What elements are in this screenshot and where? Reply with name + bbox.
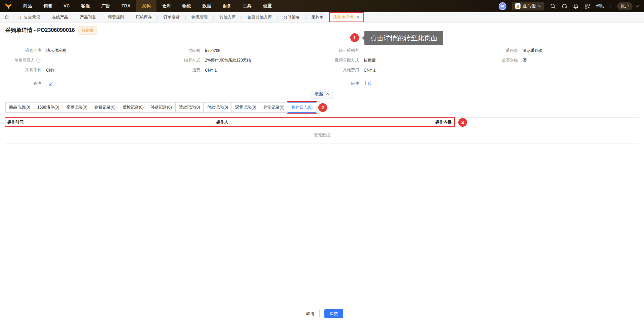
empty-data-placeholder: 暂无数据 (5, 127, 639, 144)
field-purchase-warehouse: 采购仓库 演示供应商 (4, 46, 163, 55)
field-supplier: 供应商 test0705 (163, 46, 322, 55)
form-row-1: 采购仓库 演示供应商 供应商 test0705 统一采购方 采购员 演示采购员 (4, 46, 640, 55)
divider: | (610, 4, 611, 9)
top-nav-bar: 商品 销售 VC 客服 广告 FBA 采购 仓库 物流 数据 财务 工具 设置 … (0, 0, 644, 12)
brand-fox-logo-icon[interactable] (5, 2, 12, 10)
footer-action-bar: 取消 提交 (0, 307, 644, 320)
record-tab-change-records[interactable]: 变更记录(0) (63, 102, 91, 113)
amazon-logo-icon (515, 3, 521, 9)
submit-button[interactable]: 提交 (324, 309, 343, 318)
field-value: 按数量 (364, 57, 376, 63)
column-header-operator: 操作人 (216, 119, 387, 125)
field-currency: 采购币种 CNY (4, 65, 163, 75)
upload-link[interactable]: 上传 (364, 81, 372, 86)
field-buyer: 采购员 演示采购员 (481, 46, 640, 55)
operation-log-table: 操作时间 操作人 操作内容 3 暂无数据 (5, 117, 639, 144)
headset-support-icon[interactable] (562, 3, 567, 9)
nav-item-finance[interactable]: 财务 (217, 0, 237, 12)
page-tab[interactable]: 广告全景仪 (14, 12, 45, 22)
page-tab[interactable]: 分时策略 (278, 12, 305, 22)
annotation-step-2: 2 (318, 103, 327, 112)
account-menu[interactable]: 账户 (617, 2, 633, 10)
nav-item-logistics[interactable]: 物流 (177, 0, 197, 12)
chevron-down-icon[interactable] (636, 5, 639, 7)
field-other-fees: 其他费用 CNY 1 (322, 65, 481, 75)
field-remark: 备注 - (4, 79, 163, 88)
nav-item-products[interactable]: 商品 (17, 0, 38, 12)
field-label: 采购仓库 (4, 48, 41, 53)
nav-item-data[interactable]: 数据 (197, 0, 217, 12)
field-value: test0705 (205, 48, 220, 53)
record-tab-payment-request-records[interactable]: 请款记录(0) (175, 102, 204, 113)
active-tab-label: 采购单详情 (333, 14, 354, 20)
home-icon[interactable] (0, 15, 13, 19)
field-label: 附件 (322, 81, 359, 86)
marketplace-selector[interactable]: 亚马逊 (512, 2, 544, 10)
order-info-panel: 采购仓库 演示供应商 供应商 test0705 统一采购方 采购员 演示采购员 … (4, 43, 640, 90)
page-tab[interactable]: 订单发货 (158, 12, 185, 22)
notification-bell-icon[interactable] (573, 3, 579, 9)
nav-item-settings[interactable]: 设置 (257, 0, 278, 12)
cancel-button[interactable]: 取消 (301, 309, 320, 318)
field-value: 2%预付,98%尾款123天结 (205, 57, 251, 63)
page-tab[interactable]: 物流管理 (186, 12, 213, 22)
field-freight: 运费 CNY 1 (163, 65, 322, 75)
field-label: 其他费用 (322, 67, 359, 73)
record-tab-payment-records[interactable]: 付款记录(0) (203, 102, 232, 113)
nav-item-fba[interactable]: FBA (116, 0, 136, 12)
field-value: CNY 1 (364, 68, 375, 73)
close-icon[interactable] (357, 16, 360, 19)
nav-item-vc[interactable]: VC (58, 0, 75, 12)
ai-assistant-button[interactable]: AI (499, 2, 506, 10)
record-tab-arrival-records[interactable]: 到货记录(0) (91, 102, 119, 113)
record-tab-return-records[interactable]: 退货记录(0) (231, 102, 260, 113)
help-link[interactable]: 帮助 (596, 3, 605, 9)
field-label: 采购币种 (4, 67, 41, 73)
marketplace-label: 亚马逊 (523, 3, 536, 9)
page-tab[interactable]: FBA库存 (131, 12, 157, 22)
page-tab[interactable]: 产品刊登 (74, 12, 101, 22)
page-tab-purchase-detail-active[interactable]: 采购单详情 (329, 12, 364, 22)
nav-item-sales[interactable]: 销售 (38, 0, 58, 12)
page-tab[interactable]: 预警规则 (103, 12, 130, 22)
column-header-operation-time: 操作时间 (5, 119, 216, 125)
field-value: 否 (523, 57, 527, 63)
field-value: CNY 1 (205, 68, 217, 73)
nav-item-service[interactable]: 客服 (75, 0, 96, 12)
page-tab[interactable]: 创建其他入库 (242, 12, 277, 22)
record-tab-1688-list[interactable]: 1688清单(0) (34, 102, 63, 113)
record-tab-product-info[interactable]: 商品信息(0) (5, 102, 34, 113)
page-tab[interactable]: 其他入库 (214, 12, 241, 22)
record-tab-qc-records[interactable]: 质检记录(0) (119, 102, 147, 113)
search-icon[interactable] (550, 3, 556, 9)
field-value: CNY (46, 68, 55, 73)
nav-item-warehouse[interactable]: 仓库 (156, 0, 177, 12)
field-label: 运费 (163, 67, 200, 73)
apps-grid-icon[interactable] (584, 3, 590, 9)
page-tab[interactable]: 在线产品 (46, 12, 73, 22)
field-document-viewer: 单据查看人 (4, 55, 163, 65)
help-question-icon[interactable] (36, 58, 41, 63)
field-tax-included: 是否含税 否 (481, 55, 640, 65)
field-label: 采购员 (481, 48, 518, 53)
chevron-up-icon (326, 93, 329, 95)
column-header-operation-content: 操作内容 (387, 119, 455, 125)
collapse-label: 收起 (315, 91, 323, 97)
field-label: 单据查看人 (4, 57, 41, 63)
collapse-panel-button[interactable]: 收起 (311, 90, 334, 98)
form-row-2: 单据查看人 结算方式 2%预付,98%尾款123天结 费用分配方式 按数量 是否… (4, 55, 640, 65)
page-tabs-bar: | 广告全景仪 | 在线产品 | 产品刊登 | 预警规则 | FBA库存 | 订… (0, 12, 644, 23)
page-header: 采购单详情 - PO2306090016 待到货 (5, 26, 639, 35)
field-value: 演示采购员 (523, 48, 543, 53)
field-label: 费用分配方式 (322, 57, 359, 63)
record-tab-supplement-records[interactable]: 补录记录(0) (147, 102, 176, 113)
nav-item-ads[interactable]: 广告 (96, 0, 116, 12)
chevron-down-icon (538, 5, 541, 7)
record-tab-exception-records[interactable]: 异常记录(0) (260, 102, 288, 113)
nav-item-purchase-active[interactable]: 采购 (136, 0, 156, 12)
edit-pencil-icon[interactable] (48, 81, 53, 86)
nav-item-tools[interactable]: 工具 (237, 0, 257, 12)
record-tab-operation-log-active[interactable]: 操作日志(0) (288, 102, 316, 113)
field-label: 统一采购方 (322, 48, 359, 53)
page-tab[interactable]: 采购单 (306, 12, 329, 22)
